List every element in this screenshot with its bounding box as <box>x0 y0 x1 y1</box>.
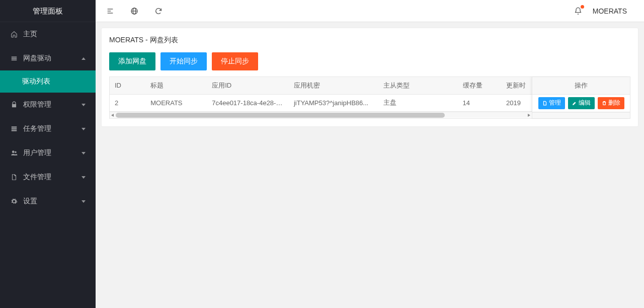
chevron-down-icon <box>630 10 634 12</box>
scrollbar-thumb[interactable] <box>116 113 445 118</box>
cell-type: 主盘 <box>378 94 458 111</box>
sidebar: 管理面板 主页 网盘驱动 驱动列表 权限管理 <box>0 0 96 308</box>
col-title: 标题 <box>145 77 207 94</box>
cell-app-secret: jiTYAMP53?^janipHB86... <box>289 94 378 111</box>
svg-rect-0 <box>12 57 17 58</box>
sidebar-item-label: 用户管理 <box>23 148 82 158</box>
sidebar-item-permission[interactable]: 权限管理 <box>0 93 96 117</box>
col-id: ID <box>110 77 145 94</box>
menu-toggle-icon[interactable] <box>106 7 115 16</box>
cell-title: MOERATS <box>145 94 207 111</box>
sidebar-item-label: 驱动列表 <box>22 77 86 86</box>
notification-bell-icon[interactable] <box>574 7 583 16</box>
svg-rect-4 <box>12 128 17 129</box>
start-sync-button[interactable]: 开始同步 <box>160 52 207 70</box>
chevron-up-icon <box>82 57 86 60</box>
users-icon <box>10 149 18 157</box>
cell-cache: 14 <box>458 94 501 111</box>
chevron-down-icon <box>82 128 86 130</box>
chevron-down-icon <box>82 200 86 203</box>
sidebar-item-settings[interactable]: 设置 <box>0 189 96 213</box>
home-icon <box>10 30 18 38</box>
col-cache: 缓存量 <box>458 77 501 94</box>
drive-icon <box>10 54 18 62</box>
svg-rect-2 <box>12 59 17 60</box>
chevron-down-icon <box>82 104 86 106</box>
lock-icon <box>10 101 18 109</box>
cell-id: 2 <box>110 94 145 111</box>
username-label: MOERATS <box>593 7 627 15</box>
main-content: MOERATS MOERATS - 网盘列表 添加网盘 开始同步 停止同步 <box>96 0 644 308</box>
tasks-icon <box>10 125 18 133</box>
sidebar-item-label: 文件管理 <box>23 173 82 182</box>
edit-label: 编辑 <box>579 99 591 107</box>
add-drive-button[interactable]: 添加网盘 <box>109 52 155 70</box>
chevron-down-icon <box>82 152 86 155</box>
scrollbar-spacer <box>532 112 630 118</box>
sidebar-item-label: 任务管理 <box>23 124 82 133</box>
chevron-down-icon <box>82 176 86 179</box>
edit-button[interactable]: 编辑 <box>568 97 595 109</box>
sidebar-item-drive[interactable]: 网盘驱动 <box>0 46 96 70</box>
svg-point-6 <box>12 150 15 153</box>
sidebar-item-files[interactable]: 文件管理 <box>0 165 96 189</box>
cell-app-id: 7c4ee017-18ca-4e28-8... <box>207 94 289 111</box>
refresh-icon[interactable] <box>154 7 163 16</box>
sidebar-title: 管理面板 <box>0 0 96 22</box>
sidebar-item-tasks[interactable]: 任务管理 <box>0 117 96 141</box>
table-row[interactable]: 2 MOERATS 7c4ee017-18ca-4e28-8... jiTYAM… <box>110 94 532 111</box>
col-update: 更新时 <box>501 77 532 94</box>
col-app-secret: 应用机密 <box>289 77 378 94</box>
sidebar-item-label: 主页 <box>23 30 86 39</box>
cell-update: 2019 <box>501 94 532 111</box>
manage-button[interactable]: 管理 <box>538 97 565 109</box>
manage-label: 管理 <box>549 99 561 107</box>
sidebar-item-label: 权限管理 <box>23 100 82 109</box>
horizontal-scrollbar[interactable] <box>110 112 532 118</box>
table-header-row: ID 标题 应用ID 应用机密 主从类型 缓存量 更新时 <box>110 77 532 94</box>
gear-icon <box>10 197 18 205</box>
col-type: 主从类型 <box>378 77 458 94</box>
delete-label: 删除 <box>608 99 620 107</box>
stop-sync-button[interactable]: 停止同步 <box>212 52 258 70</box>
sidebar-item-label: 网盘驱动 <box>23 54 82 63</box>
col-action: 操作 <box>532 77 630 94</box>
delete-button[interactable]: 删除 <box>598 97 624 109</box>
topbar: MOERATS <box>96 0 644 22</box>
globe-icon[interactable] <box>130 7 139 16</box>
sidebar-item-drive-list[interactable]: 驱动列表 <box>0 70 96 93</box>
svg-rect-5 <box>12 130 17 131</box>
svg-rect-3 <box>12 126 17 127</box>
svg-rect-1 <box>12 58 17 59</box>
notification-dot <box>581 5 584 9</box>
sidebar-item-label: 设置 <box>23 197 82 206</box>
col-app-id: 应用ID <box>207 77 289 94</box>
file-icon <box>10 173 18 181</box>
svg-point-7 <box>15 151 17 153</box>
sidebar-item-users[interactable]: 用户管理 <box>0 141 96 165</box>
data-table: ID 标题 应用ID 应用机密 主从类型 缓存量 更新时 <box>109 76 630 119</box>
content-card: MOERATS - 网盘列表 添加网盘 开始同步 停止同步 <box>102 28 638 126</box>
user-menu[interactable]: MOERATS <box>593 7 636 15</box>
page-title: MOERATS - 网盘列表 <box>109 36 630 45</box>
sidebar-item-home[interactable]: 主页 <box>0 22 96 46</box>
